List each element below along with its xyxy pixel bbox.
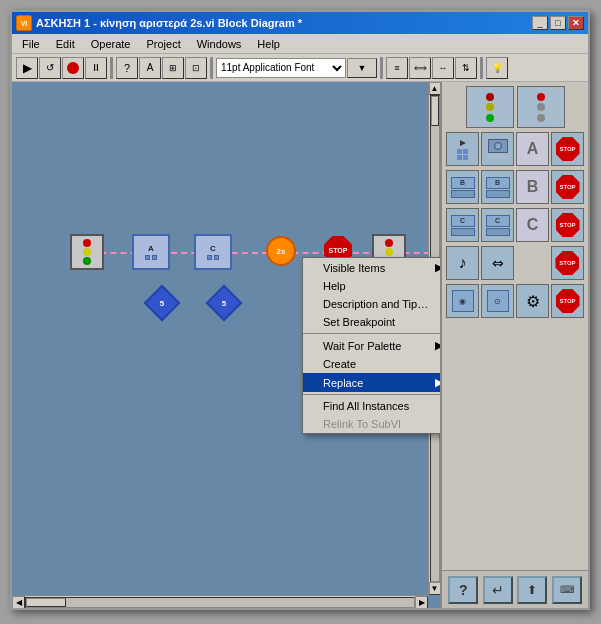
- right-panel: ▶ A STOP: [440, 82, 588, 608]
- panel-empty-1: [516, 246, 549, 280]
- panel-block-a1[interactable]: ▶: [446, 132, 479, 166]
- pause-button[interactable]: ⏸: [85, 57, 107, 79]
- panel-stop-red-4[interactable]: STOP: [551, 246, 584, 280]
- panel-audio[interactable]: ♪: [446, 246, 479, 280]
- run-continuous-button[interactable]: ↺: [39, 57, 61, 79]
- toolbar: ▶ ↺ ⏸ ? A ⊞ ⊡ 11pt Application Font ▼ ≡ …: [12, 54, 588, 82]
- scroll-track-h[interactable]: [25, 597, 415, 608]
- panel-gear[interactable]: ⚙: [516, 284, 549, 318]
- traffic-light-node-1[interactable]: [70, 234, 104, 270]
- panel-block-c1[interactable]: C: [446, 208, 479, 242]
- panel-tl-green[interactable]: [466, 86, 514, 128]
- menu-project[interactable]: Project: [138, 36, 188, 52]
- panel-stop-red-5[interactable]: STOP: [551, 284, 584, 318]
- custom-tool1[interactable]: ⊞: [162, 57, 184, 79]
- block-node-c[interactable]: C: [194, 234, 232, 270]
- panel-arrows[interactable]: ⇔: [481, 246, 514, 280]
- help-button[interactable]: ?: [116, 57, 138, 79]
- scroll-right-button[interactable]: ▶: [415, 596, 428, 609]
- menu-help[interactable]: Help: [249, 36, 288, 52]
- diamond-node-2[interactable]: 5: [208, 287, 240, 319]
- scroll-thumb-v[interactable]: [431, 96, 439, 126]
- menu-windows[interactable]: Windows: [189, 36, 250, 52]
- panel-block-e2[interactable]: ⊙: [481, 284, 514, 318]
- ctx-visible-items[interactable]: Visible Items▶: [303, 258, 440, 277]
- font-size-selector[interactable]: ▼: [347, 58, 377, 78]
- ctx-set-breakpoint[interactable]: Set Breakpoint: [303, 313, 440, 331]
- panel-block-b2[interactable]: B: [481, 170, 514, 204]
- panel-tl-red[interactable]: [517, 86, 565, 128]
- context-help-button[interactable]: 💡: [486, 57, 508, 79]
- block-node-a[interactable]: A: [132, 234, 170, 270]
- align-button[interactable]: ≡: [386, 57, 408, 79]
- block-diagram: A C 2s: [12, 82, 440, 608]
- panel-stop-red-3[interactable]: STOP: [551, 208, 584, 242]
- panel-letter-b[interactable]: B: [516, 170, 549, 204]
- panel-bottom-bar: ? ↵ ⬆ ⌨: [442, 570, 588, 608]
- panel-letter-a[interactable]: A: [516, 132, 549, 166]
- panel-block-b1[interactable]: B: [446, 170, 479, 204]
- window-title: ΑΣΚΗΣΗ 1 - κίνηση αριστερά 2s.vi Block D…: [36, 17, 302, 29]
- panel-letter-c[interactable]: C: [516, 208, 549, 242]
- panel-return-button[interactable]: ↵: [483, 576, 513, 604]
- diamond-node-1[interactable]: 5: [146, 287, 178, 319]
- panel-block-e1[interactable]: ◉: [446, 284, 479, 318]
- panel-question-button[interactable]: ?: [448, 576, 478, 604]
- ctx-create[interactable]: Create: [303, 355, 440, 373]
- resize-button[interactable]: ↔: [432, 57, 454, 79]
- custom-tool2[interactable]: ⊡: [185, 57, 207, 79]
- run-button[interactable]: ▶: [16, 57, 38, 79]
- panel-stop-red-2[interactable]: STOP: [551, 170, 584, 204]
- panel-block-a2[interactable]: [481, 132, 514, 166]
- context-menu: Visible Items▶ Help Description and Tip……: [302, 257, 440, 434]
- menubar: File Edit Operate Project Windows Help: [12, 34, 588, 54]
- panel-up-button[interactable]: ⬆: [517, 576, 547, 604]
- scroll-thumb-h[interactable]: [26, 598, 66, 607]
- active-node[interactable]: 2s: [266, 236, 296, 266]
- menu-edit[interactable]: Edit: [48, 36, 83, 52]
- ctx-description[interactable]: Description and Tip…: [303, 295, 440, 313]
- horizontal-scrollbar: ◀ ▶: [12, 595, 428, 608]
- ctx-replace[interactable]: Replace▶: [303, 373, 440, 392]
- scroll-down-button[interactable]: ▼: [429, 582, 441, 595]
- scroll-up-button[interactable]: ▲: [429, 82, 441, 95]
- menu-operate[interactable]: Operate: [83, 36, 139, 52]
- maximize-button[interactable]: □: [550, 16, 566, 30]
- titlebar: VI ΑΣΚΗΣΗ 1 - κίνηση αριστερά 2s.vi Bloc…: [12, 12, 588, 34]
- menu-file[interactable]: File: [14, 36, 48, 52]
- ctx-wait-for-palette[interactable]: Wait For Palette▶: [303, 336, 440, 355]
- ctx-relink[interactable]: Relink To SubVI: [303, 415, 440, 433]
- window-icon: VI: [16, 15, 32, 31]
- distribute-button[interactable]: ⟺: [409, 57, 431, 79]
- reorder-button[interactable]: ⇅: [455, 57, 477, 79]
- text-tool-button[interactable]: A: [139, 57, 161, 79]
- minimize-button[interactable]: _: [532, 16, 548, 30]
- panel-stop-red-1[interactable]: STOP: [551, 132, 584, 166]
- ctx-help[interactable]: Help: [303, 277, 440, 295]
- scroll-left-button[interactable]: ◀: [12, 596, 25, 609]
- panel-block-c2[interactable]: C: [481, 208, 514, 242]
- abort-button[interactable]: [62, 57, 84, 79]
- font-selector[interactable]: 11pt Application Font: [216, 58, 346, 78]
- panel-keyboard-button[interactable]: ⌨: [552, 576, 582, 604]
- main-window: VI ΑΣΚΗΣΗ 1 - κίνηση αριστερά 2s.vi Bloc…: [10, 10, 590, 610]
- ctx-find-all[interactable]: Find All Instances: [303, 397, 440, 415]
- close-button[interactable]: ✕: [568, 16, 584, 30]
